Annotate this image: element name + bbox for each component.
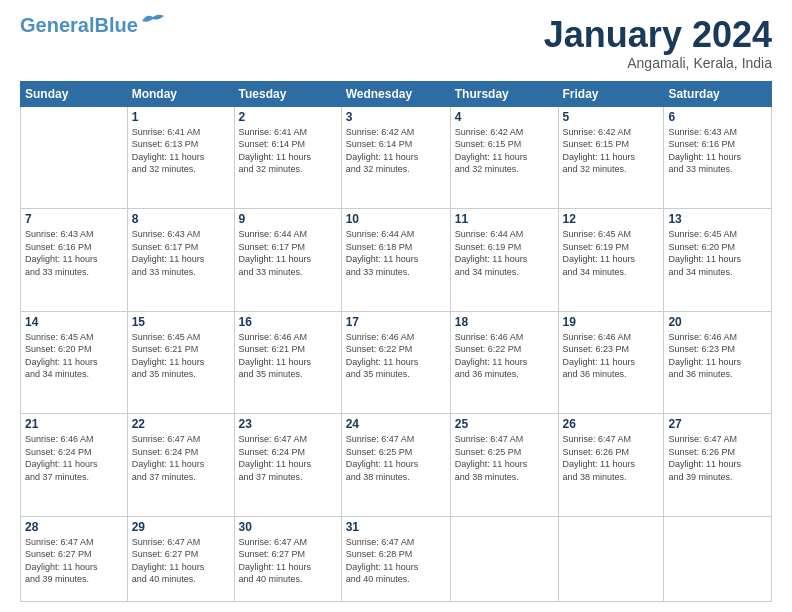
header-row: Sunday Monday Tuesday Wednesday Thursday…: [21, 81, 772, 106]
calendar-cell: 27Sunrise: 6:47 AM Sunset: 6:26 PM Dayli…: [664, 414, 772, 516]
calendar-cell: 1Sunrise: 6:41 AM Sunset: 6:13 PM Daylig…: [127, 106, 234, 208]
calendar-week-3: 14Sunrise: 6:45 AM Sunset: 6:20 PM Dayli…: [21, 311, 772, 413]
calendar-body: 1Sunrise: 6:41 AM Sunset: 6:13 PM Daylig…: [21, 106, 772, 601]
day-info: Sunrise: 6:47 AM Sunset: 6:28 PM Dayligh…: [346, 536, 446, 586]
calendar-table: Sunday Monday Tuesday Wednesday Thursday…: [20, 81, 772, 602]
calendar-cell: 24Sunrise: 6:47 AM Sunset: 6:25 PM Dayli…: [341, 414, 450, 516]
day-info: Sunrise: 6:41 AM Sunset: 6:14 PM Dayligh…: [239, 126, 337, 176]
day-info: Sunrise: 6:46 AM Sunset: 6:21 PM Dayligh…: [239, 331, 337, 381]
calendar-week-4: 21Sunrise: 6:46 AM Sunset: 6:24 PM Dayli…: [21, 414, 772, 516]
day-number: 13: [668, 212, 767, 226]
day-info: Sunrise: 6:43 AM Sunset: 6:16 PM Dayligh…: [668, 126, 767, 176]
location: Angamali, Kerala, India: [544, 55, 772, 71]
calendar-cell: 5Sunrise: 6:42 AM Sunset: 6:15 PM Daylig…: [558, 106, 664, 208]
calendar-cell: 25Sunrise: 6:47 AM Sunset: 6:25 PM Dayli…: [450, 414, 558, 516]
calendar-cell: 6Sunrise: 6:43 AM Sunset: 6:16 PM Daylig…: [664, 106, 772, 208]
calendar-cell: 23Sunrise: 6:47 AM Sunset: 6:24 PM Dayli…: [234, 414, 341, 516]
calendar-cell: 9Sunrise: 6:44 AM Sunset: 6:17 PM Daylig…: [234, 209, 341, 311]
day-info: Sunrise: 6:47 AM Sunset: 6:27 PM Dayligh…: [239, 536, 337, 586]
day-info: Sunrise: 6:46 AM Sunset: 6:22 PM Dayligh…: [455, 331, 554, 381]
day-info: Sunrise: 6:47 AM Sunset: 6:26 PM Dayligh…: [668, 433, 767, 483]
day-number: 10: [346, 212, 446, 226]
day-info: Sunrise: 6:47 AM Sunset: 6:25 PM Dayligh…: [346, 433, 446, 483]
day-number: 1: [132, 110, 230, 124]
calendar-cell: [558, 516, 664, 601]
col-tuesday: Tuesday: [234, 81, 341, 106]
day-info: Sunrise: 6:46 AM Sunset: 6:23 PM Dayligh…: [563, 331, 660, 381]
day-info: Sunrise: 6:41 AM Sunset: 6:13 PM Dayligh…: [132, 126, 230, 176]
day-number: 17: [346, 315, 446, 329]
day-number: 26: [563, 417, 660, 431]
day-info: Sunrise: 6:47 AM Sunset: 6:25 PM Dayligh…: [455, 433, 554, 483]
page: GeneralBlue January 2024 Angamali, Keral…: [0, 0, 792, 612]
day-number: 19: [563, 315, 660, 329]
day-number: 24: [346, 417, 446, 431]
day-number: 27: [668, 417, 767, 431]
calendar-cell: 21Sunrise: 6:46 AM Sunset: 6:24 PM Dayli…: [21, 414, 128, 516]
day-info: Sunrise: 6:46 AM Sunset: 6:22 PM Dayligh…: [346, 331, 446, 381]
day-number: 22: [132, 417, 230, 431]
calendar-cell: [450, 516, 558, 601]
calendar-week-2: 7Sunrise: 6:43 AM Sunset: 6:16 PM Daylig…: [21, 209, 772, 311]
col-wednesday: Wednesday: [341, 81, 450, 106]
calendar-cell: 30Sunrise: 6:47 AM Sunset: 6:27 PM Dayli…: [234, 516, 341, 601]
day-info: Sunrise: 6:44 AM Sunset: 6:18 PM Dayligh…: [346, 228, 446, 278]
calendar-cell: 19Sunrise: 6:46 AM Sunset: 6:23 PM Dayli…: [558, 311, 664, 413]
day-info: Sunrise: 6:45 AM Sunset: 6:20 PM Dayligh…: [25, 331, 123, 381]
calendar-cell: 12Sunrise: 6:45 AM Sunset: 6:19 PM Dayli…: [558, 209, 664, 311]
day-info: Sunrise: 6:46 AM Sunset: 6:24 PM Dayligh…: [25, 433, 123, 483]
header: GeneralBlue January 2024 Angamali, Keral…: [20, 15, 772, 71]
calendar-cell: 17Sunrise: 6:46 AM Sunset: 6:22 PM Dayli…: [341, 311, 450, 413]
calendar-cell: [664, 516, 772, 601]
day-number: 30: [239, 520, 337, 534]
calendar-week-5: 28Sunrise: 6:47 AM Sunset: 6:27 PM Dayli…: [21, 516, 772, 601]
calendar-cell: 7Sunrise: 6:43 AM Sunset: 6:16 PM Daylig…: [21, 209, 128, 311]
day-number: 4: [455, 110, 554, 124]
month-title: January 2024: [544, 15, 772, 55]
day-number: 11: [455, 212, 554, 226]
day-info: Sunrise: 6:45 AM Sunset: 6:19 PM Dayligh…: [563, 228, 660, 278]
day-number: 12: [563, 212, 660, 226]
day-number: 15: [132, 315, 230, 329]
day-info: Sunrise: 6:47 AM Sunset: 6:27 PM Dayligh…: [25, 536, 123, 586]
calendar-cell: 31Sunrise: 6:47 AM Sunset: 6:28 PM Dayli…: [341, 516, 450, 601]
day-info: Sunrise: 6:42 AM Sunset: 6:15 PM Dayligh…: [455, 126, 554, 176]
col-sunday: Sunday: [21, 81, 128, 106]
day-info: Sunrise: 6:43 AM Sunset: 6:16 PM Dayligh…: [25, 228, 123, 278]
day-info: Sunrise: 6:47 AM Sunset: 6:26 PM Dayligh…: [563, 433, 660, 483]
calendar-cell: 29Sunrise: 6:47 AM Sunset: 6:27 PM Dayli…: [127, 516, 234, 601]
logo-bird-icon: [142, 13, 164, 29]
calendar-cell: [21, 106, 128, 208]
day-info: Sunrise: 6:43 AM Sunset: 6:17 PM Dayligh…: [132, 228, 230, 278]
day-info: Sunrise: 6:47 AM Sunset: 6:24 PM Dayligh…: [132, 433, 230, 483]
day-info: Sunrise: 6:46 AM Sunset: 6:23 PM Dayligh…: [668, 331, 767, 381]
calendar-cell: 8Sunrise: 6:43 AM Sunset: 6:17 PM Daylig…: [127, 209, 234, 311]
calendar-cell: 11Sunrise: 6:44 AM Sunset: 6:19 PM Dayli…: [450, 209, 558, 311]
calendar-week-1: 1Sunrise: 6:41 AM Sunset: 6:13 PM Daylig…: [21, 106, 772, 208]
calendar-header: Sunday Monday Tuesday Wednesday Thursday…: [21, 81, 772, 106]
day-info: Sunrise: 6:47 AM Sunset: 6:27 PM Dayligh…: [132, 536, 230, 586]
day-number: 31: [346, 520, 446, 534]
col-thursday: Thursday: [450, 81, 558, 106]
calendar-cell: 15Sunrise: 6:45 AM Sunset: 6:21 PM Dayli…: [127, 311, 234, 413]
col-saturday: Saturday: [664, 81, 772, 106]
logo: GeneralBlue: [20, 15, 164, 35]
calendar-cell: 4Sunrise: 6:42 AM Sunset: 6:15 PM Daylig…: [450, 106, 558, 208]
calendar-cell: 28Sunrise: 6:47 AM Sunset: 6:27 PM Dayli…: [21, 516, 128, 601]
day-info: Sunrise: 6:42 AM Sunset: 6:15 PM Dayligh…: [563, 126, 660, 176]
col-monday: Monday: [127, 81, 234, 106]
day-number: 2: [239, 110, 337, 124]
day-info: Sunrise: 6:44 AM Sunset: 6:19 PM Dayligh…: [455, 228, 554, 278]
day-number: 23: [239, 417, 337, 431]
calendar-cell: 18Sunrise: 6:46 AM Sunset: 6:22 PM Dayli…: [450, 311, 558, 413]
calendar-cell: 3Sunrise: 6:42 AM Sunset: 6:14 PM Daylig…: [341, 106, 450, 208]
day-number: 5: [563, 110, 660, 124]
day-number: 25: [455, 417, 554, 431]
day-info: Sunrise: 6:45 AM Sunset: 6:21 PM Dayligh…: [132, 331, 230, 381]
calendar-cell: 26Sunrise: 6:47 AM Sunset: 6:26 PM Dayli…: [558, 414, 664, 516]
calendar-cell: 16Sunrise: 6:46 AM Sunset: 6:21 PM Dayli…: [234, 311, 341, 413]
calendar-cell: 13Sunrise: 6:45 AM Sunset: 6:20 PM Dayli…: [664, 209, 772, 311]
day-info: Sunrise: 6:44 AM Sunset: 6:17 PM Dayligh…: [239, 228, 337, 278]
day-number: 21: [25, 417, 123, 431]
day-number: 3: [346, 110, 446, 124]
